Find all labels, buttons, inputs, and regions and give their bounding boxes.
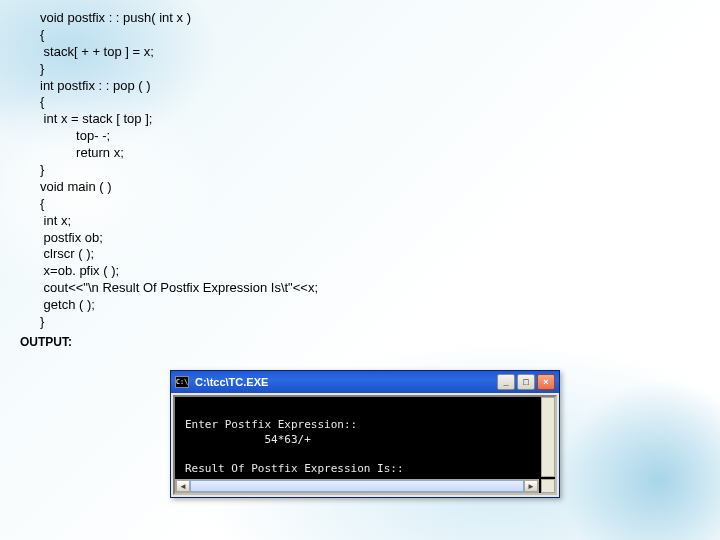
code-line: } (40, 314, 680, 331)
code-line: void postfix : : push( int x ) (40, 10, 680, 27)
code-line: clrscr ( ); (40, 246, 680, 263)
code-line: void main ( ) (40, 179, 680, 196)
code-line: { (40, 94, 680, 111)
code-line: } (40, 162, 680, 179)
code-line: x=ob. pfix ( ); (40, 263, 680, 280)
code-line: int x; (40, 213, 680, 230)
code-line: { (40, 27, 680, 44)
titlebar[interactable]: C:\ C:\tcc\TC.EXE _ □ × (171, 371, 559, 393)
code-line: int x = stack [ top ]; (40, 111, 680, 128)
scroll-thumb[interactable] (190, 480, 524, 492)
vertical-scrollbar[interactable] (541, 397, 555, 477)
resize-grip[interactable] (541, 479, 555, 493)
code-line: top- -; (40, 128, 680, 145)
maximize-button[interactable]: □ (517, 374, 535, 390)
output-label: OUTPUT: (20, 335, 680, 351)
code-line: postfix ob; (40, 230, 680, 247)
code-line: { (40, 196, 680, 213)
console-window: C:\ C:\tcc\TC.EXE _ □ × Enter Postfix Ex… (170, 370, 560, 498)
horizontal-scrollbar[interactable]: ◄ ► (175, 479, 539, 493)
code-line: } (40, 61, 680, 78)
scroll-left-icon[interactable]: ◄ (176, 480, 190, 492)
cmd-icon: C:\ (175, 376, 189, 388)
code-line: cout<<"\n Result Of Postfix Expression I… (40, 280, 680, 297)
code-line: getch ( ); (40, 297, 680, 314)
window-buttons: _ □ × (497, 374, 555, 390)
slide-content: void postfix : : push( int x ) { stack[ … (0, 0, 720, 361)
scroll-right-icon[interactable]: ► (524, 480, 538, 492)
window-title: C:\tcc\TC.EXE (195, 376, 268, 388)
code-line: stack[ + + top ] = x; (40, 44, 680, 61)
code-line: int postfix : : pop ( ) (40, 78, 680, 95)
close-button[interactable]: × (537, 374, 555, 390)
minimize-button[interactable]: _ (497, 374, 515, 390)
code-line: return x; (40, 145, 680, 162)
